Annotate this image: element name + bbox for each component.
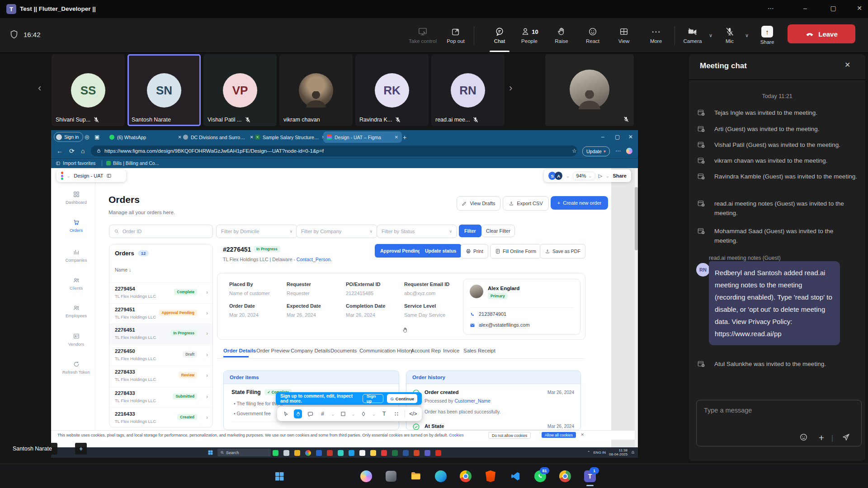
attach-plus-icon[interactable]: + bbox=[819, 432, 824, 443]
sidebar-item-dashboard[interactable]: Dashboard bbox=[57, 191, 95, 205]
allow-cookies-button[interactable]: Allow all cookies bbox=[542, 432, 576, 438]
print-button[interactable]: Print bbox=[461, 244, 488, 258]
filter-status-select[interactable]: Filter by Status∨ bbox=[377, 225, 457, 238]
update-status-button[interactable]: Update status bbox=[420, 244, 462, 258]
browser-update-button[interactable]: Update ♥ bbox=[582, 146, 610, 156]
taskbar-chrome-profile-icon[interactable] bbox=[555, 466, 575, 486]
tab-order-details[interactable]: Order Details bbox=[223, 348, 256, 353]
export-csv-button[interactable]: Export CSV bbox=[503, 196, 549, 211]
deny-cookies-button[interactable]: Do not allow cookies bbox=[488, 432, 531, 439]
new-tab-icon[interactable]: + bbox=[403, 134, 406, 141]
participant-tile[interactable]: RN read.ai mee... bbox=[431, 54, 505, 126]
browser-maximize-icon[interactable]: ▢ bbox=[615, 134, 620, 140]
participant-tile[interactable]: SS Shivani Sup... bbox=[52, 54, 125, 126]
taskbar-brave-icon[interactable] bbox=[481, 466, 500, 486]
browser-minimize-icon[interactable]: – bbox=[601, 134, 604, 140]
participant-tile[interactable]: vikram chavan bbox=[279, 54, 353, 126]
remote-taskbar-icons[interactable] bbox=[273, 450, 446, 458]
move-tool-icon[interactable] bbox=[282, 409, 290, 418]
camera-button[interactable]: Camera bbox=[678, 21, 707, 49]
people-button[interactable]: 10 People bbox=[510, 21, 549, 49]
window-minimize-icon[interactable]: – bbox=[799, 5, 811, 12]
clear-filter-button[interactable]: Clear Filter bbox=[481, 225, 515, 237]
taskbar-whatsapp-icon[interactable]: 81 bbox=[530, 466, 550, 486]
pop-out-button[interactable]: Pop out bbox=[439, 21, 472, 49]
browser-tab-actions-icon[interactable]: ▣ bbox=[94, 134, 99, 140]
raise-button[interactable]: Raise bbox=[545, 21, 578, 49]
chat-close-icon[interactable]: ✕ bbox=[844, 61, 850, 69]
pen-tool-icon[interactable] bbox=[359, 409, 368, 418]
bookmark-import-favorites[interactable]: Import favorites bbox=[56, 160, 95, 166]
tab-sales-receipt[interactable]: Sales Receipt bbox=[463, 348, 495, 353]
bookmark-bills[interactable]: Bills | Billing and Co... bbox=[106, 160, 159, 166]
browser-tab[interactable]: (6) WhatsApp✕ bbox=[106, 131, 185, 143]
chevron-down-icon[interactable]: ⌄ bbox=[605, 173, 609, 179]
participant-tile-speaking[interactable]: SN Santosh Narate bbox=[127, 54, 201, 126]
window-maximize-icon[interactable]: ▢ bbox=[827, 5, 839, 12]
contact-person-link[interactable]: Contact_Person. bbox=[297, 257, 332, 262]
figma-share-button[interactable]: Share bbox=[613, 173, 627, 178]
hand-tool-icon[interactable] bbox=[294, 409, 302, 418]
taskbar-chrome-icon[interactable] bbox=[456, 466, 476, 486]
remote-search-box[interactable]: Search bbox=[217, 449, 271, 456]
browser-signin-button[interactable]: Sign in bbox=[54, 132, 83, 142]
contact-email[interactable]: alex@vstatefilings.com bbox=[479, 322, 530, 328]
start-button[interactable] bbox=[269, 466, 289, 486]
leave-button[interactable]: Leave bbox=[788, 24, 855, 43]
shape-tool-icon[interactable] bbox=[339, 409, 347, 418]
order-row-selected[interactable]: 2276451TL Flex Holdings LLC In Progress› bbox=[109, 324, 212, 344]
sidebar-item-clients[interactable]: Clients bbox=[57, 277, 95, 291]
save-as-pdf-button[interactable]: Save as PDF bbox=[540, 244, 585, 258]
resources-tool-icon[interactable] bbox=[392, 409, 401, 418]
order-row[interactable]: 2216433TL Flex Holdings LLC Created› bbox=[109, 408, 212, 428]
camera-chevron-icon[interactable]: ∨ bbox=[709, 33, 712, 38]
tab-invoice[interactable]: Invoice bbox=[443, 348, 459, 353]
browser-more-icon[interactable]: ⋯ bbox=[615, 147, 621, 155]
tab-order-preview[interactable]: Order Preview bbox=[256, 348, 290, 353]
browser-tab-active[interactable]: Design - UAT – Figma✕ bbox=[323, 131, 402, 143]
browser-scrollbar-thumb[interactable] bbox=[635, 187, 638, 250]
filter-company-select[interactable]: Filter by Company∨ bbox=[296, 225, 377, 238]
order-row[interactable]: 2278433TL Flex Holdings LLC Submitted› bbox=[109, 387, 212, 408]
filter-domicile-select[interactable]: Filter by Domicile∨ bbox=[216, 225, 297, 238]
tab-close-icon[interactable]: ✕ bbox=[395, 135, 398, 140]
collaborator-avatar[interactable]: A bbox=[555, 172, 562, 180]
participant-tile[interactable]: RK Ravindra K... bbox=[355, 54, 429, 126]
back-icon[interactable]: ← bbox=[57, 147, 63, 155]
taskbar-vscode-icon[interactable] bbox=[505, 466, 525, 486]
order-row[interactable]: 2279454TL Flex Holdings LLC Complete› bbox=[109, 282, 212, 303]
order-row[interactable]: 2279451TL Flex Holdings LLC Approval Pen… bbox=[109, 303, 212, 324]
mic-chevron-icon[interactable]: ∨ bbox=[745, 33, 749, 38]
emoji-icon[interactable] bbox=[799, 433, 808, 441]
sidebar-item-refresh-token[interactable]: Refresh Token bbox=[57, 361, 95, 375]
order-id-search-input[interactable]: Order ID bbox=[109, 225, 213, 238]
browser-tab[interactable]: X Sample Salary Structure with calc✕ bbox=[251, 131, 329, 143]
participant-tile[interactable] bbox=[545, 54, 634, 126]
layout-icon[interactable] bbox=[106, 173, 112, 178]
figma-logo-icon[interactable] bbox=[61, 172, 63, 180]
window-more-icon[interactable]: ⋯ bbox=[765, 5, 777, 12]
taskbar-teams-icon[interactable]: T 1 bbox=[580, 466, 600, 486]
react-button[interactable]: React bbox=[576, 21, 609, 49]
chevron-down-icon[interactable]: ⌄ bbox=[351, 411, 355, 417]
figma-file-name[interactable]: Design - UAT bbox=[74, 173, 103, 178]
filter-button[interactable]: Filter bbox=[459, 225, 481, 237]
chat-message-input[interactable]: Type a message + | bbox=[696, 400, 862, 446]
chevron-down-icon[interactable]: ⌄ bbox=[331, 411, 335, 417]
text-tool-icon[interactable]: T bbox=[380, 409, 388, 418]
contact-phone[interactable]: 2123874901 bbox=[479, 311, 506, 317]
more-button[interactable]: ⋯ More bbox=[640, 21, 672, 49]
mic-button[interactable]: Mic bbox=[716, 21, 743, 49]
frame-tool-icon[interactable]: # bbox=[318, 409, 326, 418]
present-icon[interactable]: ▷ bbox=[599, 173, 602, 179]
create-new-order-button[interactable]: + Create new order bbox=[551, 196, 608, 210]
view-drafts-button[interactable]: View Drafts bbox=[457, 196, 500, 211]
fill-online-form-button[interactable]: Fill Online Form bbox=[490, 244, 541, 258]
figma-signup-button[interactable]: Sign up bbox=[363, 394, 384, 403]
url-field[interactable]: https://www.figma.com/design/9BKQ0FOHRWa… bbox=[91, 145, 577, 156]
tab-company-details[interactable]: Company Details bbox=[291, 348, 330, 353]
sidebar-item-companies[interactable]: Companies bbox=[57, 249, 95, 263]
name-column-header[interactable]: Name ↓ bbox=[115, 267, 131, 272]
zoom-control[interactable]: 94%⌄ bbox=[573, 172, 595, 180]
chevron-down-icon[interactable]: ⌄ bbox=[566, 173, 570, 179]
